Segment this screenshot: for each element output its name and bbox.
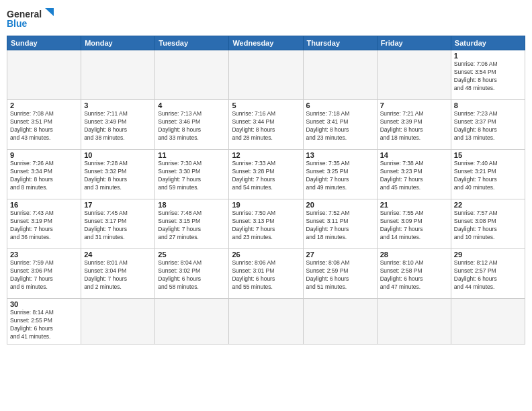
day-number: 6 bbox=[306, 101, 374, 109]
weekday-header-sunday: Sunday bbox=[7, 36, 81, 50]
day-info: Sunrise: 7:55 AMSunset: 3:09 PMDaylight:… bbox=[380, 210, 448, 242]
day-info: Sunrise: 8:06 AMSunset: 3:01 PMDaylight:… bbox=[232, 259, 300, 291]
day-info: Sunrise: 7:30 AMSunset: 3:30 PMDaylight:… bbox=[158, 160, 226, 192]
day-number: 12 bbox=[232, 151, 300, 159]
calendar-cell: 3Sunrise: 7:11 AMSunset: 3:49 PMDaylight… bbox=[81, 100, 155, 150]
day-info: Sunrise: 7:16 AMSunset: 3:44 PMDaylight:… bbox=[232, 110, 300, 142]
calendar-cell bbox=[377, 50, 451, 100]
day-info: Sunrise: 7:21 AMSunset: 3:39 PMDaylight:… bbox=[380, 110, 448, 142]
weekday-header-thursday: Thursday bbox=[303, 36, 377, 50]
day-info: Sunrise: 7:08 AMSunset: 3:51 PMDaylight:… bbox=[10, 110, 78, 142]
calendar-cell: 22Sunrise: 7:57 AMSunset: 3:08 PMDayligh… bbox=[451, 199, 525, 249]
day-number: 21 bbox=[380, 201, 448, 209]
day-number: 2 bbox=[10, 101, 78, 109]
day-number: 7 bbox=[380, 101, 448, 109]
day-info: Sunrise: 7:52 AMSunset: 3:11 PMDaylight:… bbox=[306, 210, 374, 242]
page-header: GeneralBlue bbox=[7, 7, 525, 30]
day-number: 26 bbox=[232, 250, 300, 259]
calendar-cell: 6Sunrise: 7:18 AMSunset: 3:41 PMDaylight… bbox=[303, 100, 377, 150]
day-info: Sunrise: 7:57 AMSunset: 3:08 PMDaylight:… bbox=[454, 210, 522, 242]
weekday-header-wednesday: Wednesday bbox=[229, 36, 303, 50]
day-info: Sunrise: 7:23 AMSunset: 3:37 PMDaylight:… bbox=[454, 110, 522, 142]
day-info: Sunrise: 7:13 AMSunset: 3:46 PMDaylight:… bbox=[158, 110, 226, 142]
calendar-cell: 21Sunrise: 7:55 AMSunset: 3:09 PMDayligh… bbox=[377, 199, 451, 249]
day-info: Sunrise: 7:26 AMSunset: 3:34 PMDaylight:… bbox=[10, 160, 78, 192]
day-number: 5 bbox=[232, 101, 300, 109]
day-number: 15 bbox=[454, 151, 522, 159]
calendar-cell: 23Sunrise: 7:59 AMSunset: 3:06 PMDayligh… bbox=[7, 249, 81, 299]
calendar-cell bbox=[303, 50, 377, 100]
day-info: Sunrise: 8:08 AMSunset: 2:59 PMDaylight:… bbox=[306, 259, 374, 291]
day-info: Sunrise: 7:11 AMSunset: 3:49 PMDaylight:… bbox=[84, 110, 152, 142]
logo: GeneralBlue bbox=[7, 7, 54, 30]
weekday-header-monday: Monday bbox=[81, 36, 155, 50]
calendar-cell: 25Sunrise: 8:04 AMSunset: 3:02 PMDayligh… bbox=[155, 249, 229, 299]
calendar-cell bbox=[451, 299, 525, 345]
day-number: 30 bbox=[10, 300, 78, 308]
calendar-cell bbox=[7, 50, 81, 100]
svg-marker-2 bbox=[45, 8, 54, 16]
calendar-cell: 20Sunrise: 7:52 AMSunset: 3:11 PMDayligh… bbox=[303, 199, 377, 249]
day-number: 13 bbox=[306, 151, 374, 159]
calendar-week-5: 30Sunrise: 8:14 AMSunset: 2:55 PMDayligh… bbox=[7, 299, 525, 345]
calendar-cell: 2Sunrise: 7:08 AMSunset: 3:51 PMDaylight… bbox=[7, 100, 81, 150]
calendar-cell: 17Sunrise: 7:45 AMSunset: 3:17 PMDayligh… bbox=[81, 199, 155, 249]
calendar-cell bbox=[377, 299, 451, 345]
day-info: Sunrise: 8:14 AMSunset: 2:55 PMDaylight:… bbox=[10, 309, 78, 341]
calendar-cell bbox=[155, 299, 229, 345]
calendar-cell: 12Sunrise: 7:33 AMSunset: 3:28 PMDayligh… bbox=[229, 150, 303, 199]
calendar-cell bbox=[303, 299, 377, 345]
calendar-cell: 24Sunrise: 8:01 AMSunset: 3:04 PMDayligh… bbox=[81, 249, 155, 299]
day-info: Sunrise: 7:50 AMSunset: 3:13 PMDaylight:… bbox=[232, 210, 300, 242]
calendar-cell: 1Sunrise: 7:06 AMSunset: 3:54 PMDaylight… bbox=[451, 50, 525, 100]
calendar-cell: 18Sunrise: 7:48 AMSunset: 3:15 PMDayligh… bbox=[155, 199, 229, 249]
day-number: 25 bbox=[158, 250, 226, 259]
calendar-cell: 30Sunrise: 8:14 AMSunset: 2:55 PMDayligh… bbox=[7, 299, 81, 345]
calendar-cell bbox=[229, 50, 303, 100]
day-number: 24 bbox=[84, 250, 152, 259]
calendar-cell: 27Sunrise: 8:08 AMSunset: 2:59 PMDayligh… bbox=[303, 249, 377, 299]
calendar-cell: 7Sunrise: 7:21 AMSunset: 3:39 PMDaylight… bbox=[377, 100, 451, 150]
day-number: 22 bbox=[454, 201, 522, 209]
calendar-cell: 14Sunrise: 7:38 AMSunset: 3:23 PMDayligh… bbox=[377, 150, 451, 199]
day-info: Sunrise: 7:38 AMSunset: 3:23 PMDaylight:… bbox=[380, 160, 448, 192]
weekday-header-tuesday: Tuesday bbox=[155, 36, 229, 50]
day-number: 23 bbox=[10, 250, 78, 259]
day-info: Sunrise: 7:40 AMSunset: 3:21 PMDaylight:… bbox=[454, 160, 522, 192]
calendar-cell: 8Sunrise: 7:23 AMSunset: 3:37 PMDaylight… bbox=[451, 100, 525, 150]
day-info: Sunrise: 7:45 AMSunset: 3:17 PMDaylight:… bbox=[84, 210, 152, 242]
calendar-week-2: 9Sunrise: 7:26 AMSunset: 3:34 PMDaylight… bbox=[7, 150, 525, 199]
day-info: Sunrise: 7:28 AMSunset: 3:32 PMDaylight:… bbox=[84, 160, 152, 192]
calendar-cell: 28Sunrise: 8:10 AMSunset: 2:58 PMDayligh… bbox=[377, 249, 451, 299]
calendar-week-1: 2Sunrise: 7:08 AMSunset: 3:51 PMDaylight… bbox=[7, 100, 525, 150]
calendar-cell: 9Sunrise: 7:26 AMSunset: 3:34 PMDaylight… bbox=[7, 150, 81, 199]
calendar-cell: 5Sunrise: 7:16 AMSunset: 3:44 PMDaylight… bbox=[229, 100, 303, 150]
weekday-header-saturday: Saturday bbox=[451, 36, 525, 50]
day-info: Sunrise: 8:04 AMSunset: 3:02 PMDaylight:… bbox=[158, 259, 226, 291]
day-info: Sunrise: 7:18 AMSunset: 3:41 PMDaylight:… bbox=[306, 110, 374, 142]
calendar-cell: 10Sunrise: 7:28 AMSunset: 3:32 PMDayligh… bbox=[81, 150, 155, 199]
day-info: Sunrise: 7:43 AMSunset: 3:19 PMDaylight:… bbox=[10, 210, 78, 242]
day-info: Sunrise: 8:01 AMSunset: 3:04 PMDaylight:… bbox=[84, 259, 152, 291]
day-number: 28 bbox=[380, 250, 448, 259]
calendar-cell: 15Sunrise: 7:40 AMSunset: 3:21 PMDayligh… bbox=[451, 150, 525, 199]
day-info: Sunrise: 7:59 AMSunset: 3:06 PMDaylight:… bbox=[10, 259, 78, 291]
day-number: 11 bbox=[158, 151, 226, 159]
calendar-cell bbox=[155, 50, 229, 100]
day-number: 16 bbox=[10, 201, 78, 209]
calendar-cell: 4Sunrise: 7:13 AMSunset: 3:46 PMDaylight… bbox=[155, 100, 229, 150]
day-info: Sunrise: 7:06 AMSunset: 3:54 PMDaylight:… bbox=[454, 60, 522, 93]
calendar-table: SundayMondayTuesdayWednesdayThursdayFrid… bbox=[7, 36, 525, 345]
day-number: 17 bbox=[84, 201, 152, 209]
calendar-cell bbox=[81, 299, 155, 345]
day-number: 4 bbox=[158, 101, 226, 109]
day-number: 27 bbox=[306, 250, 374, 259]
calendar-cell: 16Sunrise: 7:43 AMSunset: 3:19 PMDayligh… bbox=[7, 199, 81, 249]
calendar-cell: 29Sunrise: 8:12 AMSunset: 2:57 PMDayligh… bbox=[451, 249, 525, 299]
calendar-week-3: 16Sunrise: 7:43 AMSunset: 3:19 PMDayligh… bbox=[7, 199, 525, 249]
day-info: Sunrise: 8:12 AMSunset: 2:57 PMDaylight:… bbox=[454, 259, 522, 291]
day-info: Sunrise: 8:10 AMSunset: 2:58 PMDaylight:… bbox=[380, 259, 448, 291]
calendar-week-0: 1Sunrise: 7:06 AMSunset: 3:54 PMDaylight… bbox=[7, 50, 525, 100]
day-number: 10 bbox=[84, 151, 152, 159]
day-number: 19 bbox=[232, 201, 300, 209]
